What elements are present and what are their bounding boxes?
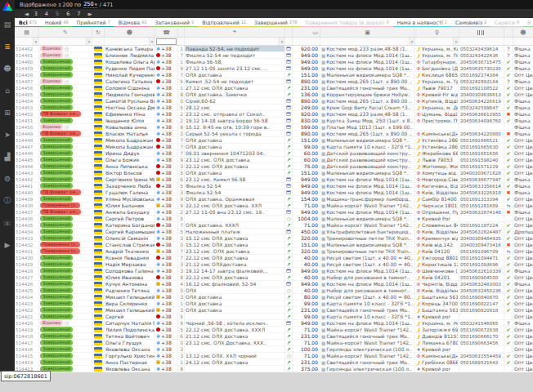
table-row[interactable]: 514452ПВ Возврат ож..Єфименко Ніна✻+3822… <box>15 111 533 118</box>
table-row[interactable]: 514445ЗавершенийОльга Божик✻+38923.12 см… <box>15 157 533 163</box>
page-button-3[interactable]: 3 <box>34 11 38 17</box>
stats-icon[interactable]: ▟ <box>0 145 15 167</box>
filter-dropdown-icon[interactable]: ▾ <box>86 38 92 45</box>
support-icon[interactable]: ☏ <box>0 212 15 234</box>
table-row[interactable]: 514442ЗавершенийСергіюнко Ірина Ми..lc+3… <box>15 176 533 183</box>
table-row[interactable]: 514413ЗавершенийЯковлева Оксана✻+388↗375… <box>15 366 533 372</box>
header-name[interactable]: ☻ <box>105 28 155 37</box>
header-comment[interactable]: ❝ <box>185 28 285 37</box>
page-button-4[interactable]: 4 <box>45 11 48 17</box>
filter-dropdown-icon[interactable]: ▾ <box>409 38 414 45</box>
table-row[interactable]: 514420Відмова◷Ситарчук Наталія Гр..✻+389… <box>15 320 533 327</box>
table-row[interactable]: 514438Повернення (з..Юлия Баланюкlc+3892… <box>15 203 533 209</box>
settings-icon[interactable]: ⚙ <box>0 167 15 189</box>
filter-dropdown-icon[interactable]: ▾ <box>279 38 284 45</box>
table-row[interactable]: 514423ЗавершенийВера Скляренко✻+381ОЛХ д… <box>15 301 533 307</box>
tab-v-dorozi-dodomu[interactable]: В дорозі додому0 <box>523 18 533 28</box>
table-row[interactable]: 514459ЗавершенийРуденко Лидия Пав..+3892… <box>15 65 533 72</box>
send-icon[interactable]: ➤ <box>0 123 15 145</box>
table-row[interactable]: 514418ЗавершенийТетяна Войтович✻+38621.1… <box>15 333 533 340</box>
table-row[interactable]: 514431Повернення (з..Андрій Ткаченкоlc+3… <box>15 248 533 255</box>
table-row[interactable]: 514453ЗавершенийНікітіна Оксана Дми..✻+3… <box>15 105 533 111</box>
panel-icon[interactable]: ▤ <box>0 13 15 35</box>
tab-vsi[interactable]: Всі471 <box>15 18 41 28</box>
table-row[interactable]: 514456ЗавершенийСоломія Сідоніна✻+38127.… <box>15 85 533 91</box>
table-row[interactable]: 514437ПВ Возврат ож..Анжела Безушку✻+382… <box>15 209 533 216</box>
orders-list-icon[interactable]: ≣ <box>0 35 15 57</box>
filter-dropdown-icon[interactable]: ▾ <box>149 38 155 45</box>
table-row[interactable]: 514422ЗавершенийМихаил Гилецькийlc+383ОЛ… <box>15 307 533 314</box>
table-row[interactable]: 514421ЗавершенийСергей+385↗99.00▦Карта п… <box>15 314 533 320</box>
table-row[interactable]: 514448ЗавершенийМикола Бадражан+387ОЛХ д… <box>15 137 533 144</box>
table-row[interactable]: 514446ЗавершенийИрина Дидух✻+38709.01 зв… <box>15 150 533 157</box>
tab-vidpravlenyi[interactable]: Відправлений12 <box>198 18 250 28</box>
tab-povernennia-tovaru-v-dorozi[interactable]: Повернення товару (в дорозі)0 <box>301 18 392 28</box>
header-price[interactable]: ▭ <box>293 28 320 37</box>
table-row[interactable]: 514428ЗавершенийСолодкова Галина В..✻+38… <box>15 268 533 274</box>
table-row[interactable]: 514447ЗавершенийМикола Бадражан+387ОЛХ д… <box>15 144 533 150</box>
table-row[interactable]: 514462Відмова◷Каневська Тамара ..✻+381Ла… <box>15 46 533 52</box>
table-row[interactable]: 514440ПВ Возврат ож..Гуцалюк Галина✻+383… <box>15 189 533 196</box>
phone-filter-input[interactable] <box>156 38 177 45</box>
page-button-6[interactable]: 6 <box>66 11 69 17</box>
tab-zavershenyi[interactable]: Завершений278 <box>250 18 301 28</box>
app-logo-icon[interactable] <box>2 2 13 11</box>
table-row[interactable]: 514435ЗавершенийКатерина Богданова+387ОЛ… <box>15 222 533 229</box>
table-row[interactable]: 514429ЗавершенийНадія Мерзаєва✻+38321.12… <box>15 261 533 268</box>
table-row[interactable]: 514419ЗавершенийЛилия Подолинская+38522.… <box>15 327 533 333</box>
table-row[interactable]: 514461Відмова◷Близнюк Людмила ..+387Фиал… <box>15 52 533 59</box>
tab-novyi[interactable]: Новий48 <box>41 18 73 28</box>
page-size-dropdown[interactable]: 250 ▼ <box>83 1 97 8</box>
last-page-button[interactable]: ▶▶ <box>87 11 90 16</box>
table-row[interactable]: 514424ЗавершенийМихаил Гилецькийlc+383ОЛ… <box>15 294 533 301</box>
table-row[interactable]: 514451ЗавершенийІващенко Юлія✻+38219.12 … <box>15 118 533 124</box>
table-row[interactable]: 514416ЗавершенийЯковлева Оксана✻+383↗100… <box>15 346 533 353</box>
table-row[interactable]: 514454ЗавершенийСамотій Руслана Во..✻+38… <box>15 98 533 105</box>
table-row[interactable]: 514444ЗавершенийАнна Липенська+38322.12 … <box>15 163 533 170</box>
info-icon[interactable]: ⓘ <box>0 189 15 212</box>
table-row[interactable]: 514414ЗавершенийАнна Пастернакlc+38124.1… <box>15 359 533 366</box>
tab-pryiniatyi[interactable]: Прийнятий7 <box>73 18 114 28</box>
first-page-button[interactable]: ◀◀ <box>25 11 27 16</box>
table-row[interactable]: 514458ЗавершенийНиколай Кучеренко✻+387ОЛ… <box>15 72 533 78</box>
table-row[interactable]: 514441ЗавершенийЗахарченко Люба+385Фиалк… <box>15 183 533 189</box>
table-row[interactable]: 514417ЗавершенийОльга Глущук✻+38023.12 с… <box>15 340 533 346</box>
header-status[interactable]: ✎ <box>39 28 92 37</box>
header-mgr[interactable]: ☻ <box>513 28 533 37</box>
table-row[interactable]: 514443ЗавершенийВіктор Власов+385ОЛХ дос… <box>15 170 533 176</box>
page-button-5[interactable]: 5 <box>56 11 59 17</box>
table-row[interactable]: 514433ЗавершенийОлексій Семанін✻+38315.1… <box>15 235 533 242</box>
table-row[interactable]: 514425ЗавершенийРадченко Тетяна✻+380ОЛХ◷… <box>15 287 533 294</box>
table-row[interactable]: 514457Відмова◷Салегина Татьяна С..+385Ке… <box>15 78 533 85</box>
tab-samovyviz[interactable]: Самовивіз2 <box>451 18 490 28</box>
table-row[interactable]: 514455ЗавершенийЛюдмила Гончарова✻+388ОЛ… <box>15 91 533 98</box>
tab-zapakovanyi[interactable]: Запакований1 <box>150 18 198 28</box>
tab-nema-v-naiavnosti[interactable]: Нема в наявності1 <box>393 18 451 28</box>
warehouse-icon[interactable]: ⌂ <box>0 79 15 101</box>
cart-icon[interactable]: ⊞ <box>0 101 15 123</box>
filter-dropdown-icon[interactable]: ▾ <box>33 38 38 45</box>
tab-vidmova[interactable]: Відмова42 <box>114 18 151 28</box>
tab-servisy[interactable]: Сервіси0 <box>490 18 523 28</box>
page-button-7[interactable]: 7 <box>77 11 80 17</box>
table-row[interactable]: 514415ЗавершенийГоргулько Христина..✻+38… <box>15 353 533 359</box>
table-row[interactable]: 514460ЗавершенийКошелева Ольга Ар..✻+381… <box>15 59 533 65</box>
header-track[interactable] <box>459 28 504 37</box>
table-row[interactable]: 514427ЗавершенийЮлия Иванова+38822.12 см… <box>15 274 533 281</box>
table-row[interactable]: 514449ПВ Возврат ож..Власюк Наталья✻+383… <box>15 131 533 137</box>
header-address[interactable]: ♀ <box>415 28 459 37</box>
table-row[interactable]: 514436ЗавершенийСергей Петров✻+385◷1004.… <box>15 216 533 222</box>
table-row[interactable]: 514434ЗавершенийСергей Карамышев✻+385Нал… <box>15 229 533 235</box>
table-row[interactable]: 514430ЗавершенийКсенія Левадняя+38722.12… <box>15 255 533 261</box>
table-row[interactable]: 514439ЗавершенийУляна Мусійовська✻+389ОЛ… <box>15 196 533 203</box>
header-flag[interactable]: ↻ <box>92 28 105 37</box>
video-icon[interactable]: ▶ <box>0 234 15 256</box>
customers-icon[interactable]: ☻ <box>0 57 15 79</box>
table-row[interactable]: 514450Відмова◷Ковальова анна✻+38815.12. … <box>15 124 533 131</box>
header-id[interactable]: ▤ <box>15 28 39 37</box>
header-product[interactable]: ▣ <box>320 28 415 37</box>
table-row[interactable]: 514426ЗавершенийКучук Антонинаlc+38416.1… <box>15 281 533 287</box>
table-row[interactable]: 514432Повернення (з..Станіслав Стрижак+3… <box>15 242 533 248</box>
header-phone[interactable]: ☎ <box>155 28 178 37</box>
filter-dropdown-icon[interactable]: ▾ <box>453 38 459 45</box>
